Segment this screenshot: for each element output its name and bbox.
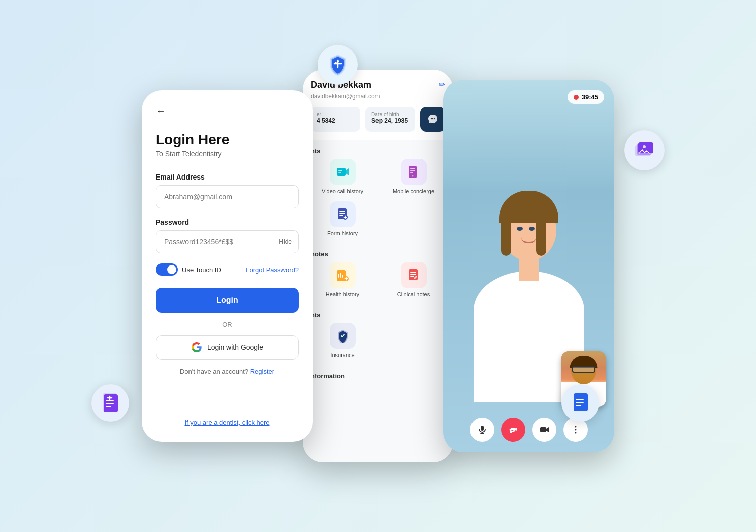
camera-button[interactable] (532, 418, 556, 442)
video-controls (443, 418, 614, 442)
menu-item-insurance[interactable]: Insurance (311, 323, 374, 358)
end-call-button[interactable] (501, 418, 525, 442)
menu-item-form-history[interactable]: Form history (311, 201, 374, 236)
touch-id-label: Use Touch ID (182, 266, 221, 274)
clinical-notes-label: Clinical notes (397, 291, 430, 297)
google-icon (191, 342, 202, 353)
health-shield-float-icon (318, 45, 358, 85)
doc-blue-float-icon (561, 384, 599, 422)
health-history-label: Health history (326, 291, 359, 297)
dob-card: Date of birth Sep 24, 1985 (365, 107, 415, 132)
svg-rect-25 (410, 170, 415, 171)
or-divider: OR (156, 321, 299, 328)
svg-point-17 (431, 118, 432, 119)
login-subtitle: To Start Teledentistry (156, 150, 299, 158)
svg-rect-49 (540, 427, 546, 432)
scene: ← Login Here To Start Teledentistry Emai… (76, 40, 680, 492)
password-label: Password (156, 218, 299, 226)
back-button[interactable]: ← (156, 105, 299, 117)
email-input[interactable] (156, 185, 299, 208)
photos-float-icon (624, 130, 665, 170)
password-input[interactable] (156, 230, 299, 253)
profile-email: davidbekkam@gmail.com (311, 93, 445, 100)
login-title: Login Here (156, 132, 299, 148)
svg-point-18 (432, 118, 433, 119)
phone-card-value: 4 5842 (317, 117, 354, 124)
recording-time: 39:45 (582, 93, 598, 101)
insurance-label: Insurance (330, 352, 354, 358)
phone-card-label: er (317, 112, 354, 117)
login-phone: ← Login Here To Start Teledentistry Emai… (142, 90, 313, 442)
google-login-button[interactable]: Login with Google (156, 335, 299, 360)
menu-item-mobile-concierge[interactable]: Mobile concierge (382, 159, 445, 194)
google-login-label: Login with Google (207, 343, 263, 351)
menu-grid-form: Form history (303, 201, 453, 243)
profile-phone: David bekkam ✏ davidbekkam@gmail.com er … (303, 70, 453, 462)
phones-wrapper: ← Login Here To Start Teledentistry Emai… (142, 70, 614, 462)
svg-point-50 (575, 426, 577, 428)
register-link[interactable]: Register (250, 368, 274, 375)
svg-rect-20 (337, 168, 346, 176)
touch-id-toggle[interactable] (156, 263, 178, 276)
clinical-notes-icon-wrap (401, 262, 427, 288)
svg-rect-46 (481, 426, 484, 431)
menu-grid-notes: Health history Clinical n (303, 262, 453, 304)
mobile-concierge-label: Mobile concierge (393, 188, 434, 194)
health-history-icon-wrap (330, 262, 356, 288)
video-call-icon-wrap (330, 159, 356, 185)
chat-button[interactable] (420, 107, 445, 132)
mic-button[interactable] (470, 418, 494, 442)
login-button[interactable]: Login (156, 288, 299, 313)
recording-dot (574, 95, 579, 100)
svg-point-19 (434, 118, 435, 119)
recording-badge: 39:45 (568, 90, 604, 104)
menu-item-video-call[interactable]: Video call history (311, 159, 374, 194)
svg-rect-22 (338, 172, 341, 173)
dob-label: Date of birth (371, 112, 409, 117)
svg-rect-24 (410, 168, 415, 169)
section-information: nformation (303, 365, 453, 384)
svg-point-5 (643, 145, 646, 148)
svg-rect-21 (338, 170, 342, 171)
menu-item-health-history[interactable]: Health history (311, 262, 374, 297)
svg-point-51 (575, 429, 577, 431)
doc-purple-float-icon (91, 384, 129, 422)
svg-point-27 (412, 175, 413, 177)
svg-rect-26 (410, 172, 413, 173)
dob-value: Sep 24, 1985 (371, 117, 409, 124)
phone-card: er 4 5842 (311, 107, 360, 132)
form-history-icon-wrap (330, 201, 356, 227)
svg-point-52 (575, 432, 577, 434)
menu-item-clinical-notes[interactable]: Clinical notes (382, 262, 445, 297)
section-notes: notes (303, 243, 453, 262)
menu-grid-appointments: Video call history Mobile (303, 159, 453, 201)
hide-password-button[interactable]: Hide (279, 238, 292, 245)
insurance-icon-wrap (330, 323, 356, 349)
mobile-concierge-icon-wrap (401, 159, 427, 185)
email-label: Email Address (156, 173, 299, 181)
no-account-text: Don't have an account? (180, 368, 248, 375)
form-history-label: Form history (327, 230, 358, 236)
dentist-link[interactable]: If you are a dentist, click here (184, 419, 269, 426)
video-call-label: Video call history (322, 188, 363, 194)
section-info-label: nts (303, 304, 453, 323)
section-appointments: nts (303, 140, 453, 159)
register-row: Don't have an account? Register (156, 368, 299, 375)
forgot-password-link[interactable]: Forgot Password? (246, 266, 299, 274)
menu-grid-insurance: Insurance (303, 323, 453, 365)
